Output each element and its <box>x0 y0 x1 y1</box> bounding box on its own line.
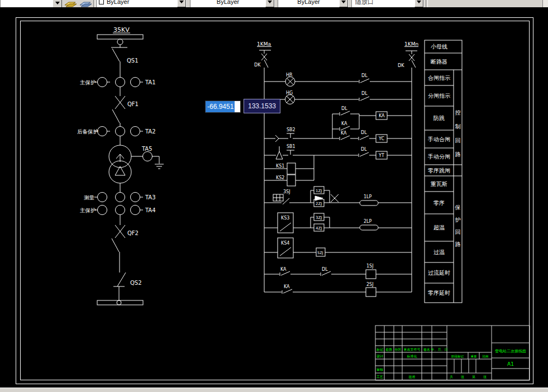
dynamic-input-y-field[interactable]: 133.1533 <box>244 99 280 113</box>
stage-mark-label: 阶段标记 <box>451 355 464 358</box>
craft-label: 工艺 <box>377 375 383 379</box>
qf2-label: QF2 <box>127 230 139 236</box>
header-cell: 签名 <box>423 347 430 352</box>
chevron-down-icon <box>268 1 272 3</box>
ta4-label: TA4 <box>145 207 156 213</box>
make-object-layer-current-icon[interactable] <box>64 0 77 7</box>
standardize-label: 标准化 <box>407 354 417 358</box>
ks2-label: KS2 <box>276 175 284 180</box>
zj5-label: 5ZJ <box>317 251 323 255</box>
table-row: 断路器 <box>431 59 447 65</box>
dl-label-hg: DL <box>361 91 368 96</box>
backup-protection-label: 后备保护 <box>77 128 98 135</box>
ta3-label: TA3 <box>145 194 156 200</box>
table-row: 手动合闸 <box>427 136 450 142</box>
dk-label-left: DK <box>254 63 261 68</box>
ks1-label: KS1 <box>276 164 284 169</box>
qf1-label: QF1 <box>127 101 139 107</box>
sj3-label: 3SJ <box>283 189 290 194</box>
zj1-label: 1ZJ <box>316 189 322 193</box>
ta5-label: TA5 <box>141 146 153 152</box>
scale-label: 比例 <box>483 355 489 358</box>
yc-coil-label: YC <box>378 136 384 141</box>
ka-label-2sj: KA <box>284 284 290 289</box>
drawing-canvas[interactable]: 35KV QS1 主保护 TA1 QF1 后备保护 TA2 TA5 测量 TA3… <box>0 0 548 392</box>
main-protection-label: 主保护 <box>80 79 96 85</box>
dynamic-input-x-field[interactable]: -66.9451 <box>205 101 241 113</box>
layer-previous-icon[interactable] <box>79 0 92 7</box>
sheet-cell: 张 <box>483 375 487 379</box>
sheet-cell: 张 <box>461 375 464 379</box>
sj2-label: 2SJ <box>366 282 374 287</box>
control-group-char: 制 <box>455 123 461 130</box>
table-row: 分闸指示 <box>428 93 450 99</box>
hr-lamp-label: HR <box>286 73 293 78</box>
measurement-label: 测量 <box>84 194 95 200</box>
table-row: 过流延时 <box>428 270 450 276</box>
table-row: 超温 <box>433 224 445 231</box>
dl-label-trip: DL <box>361 147 367 152</box>
chevron-down-icon <box>55 2 60 4</box>
ta2-label: TA2 <box>145 128 156 135</box>
ka-label-1sj: KA <box>280 267 287 272</box>
dl-label-antipump: DL <box>341 106 347 111</box>
approve-label: 批准 <box>409 375 416 379</box>
plotstyle-combo-dropdown[interactable] <box>414 0 423 7</box>
chevron-down-icon <box>179 1 184 3</box>
color-combo[interactable]: ByLayer <box>96 0 187 7</box>
dl-label-close: DL <box>361 130 367 135</box>
zj4-label: 4ZJ <box>316 226 322 231</box>
table-row: 过温 <box>433 249 445 255</box>
sj1-label: 1SJ <box>366 264 374 269</box>
table-row: 重瓦斯 <box>430 181 447 187</box>
color-combo-value: ByLayer <box>107 0 177 5</box>
sheet-cell: 共 <box>450 375 453 379</box>
color-swatch <box>99 0 104 4</box>
linetype-combo-value: ByLayer <box>190 0 265 5</box>
ka-label-close: KA <box>341 131 347 136</box>
header-cell: 分区 <box>395 347 402 351</box>
protection-group-char: 路 <box>455 241 461 247</box>
linetype-combo-dropdown[interactable] <box>265 0 274 7</box>
lp2-label: 2LP <box>364 219 372 224</box>
qs1-label: QS1 <box>127 58 139 64</box>
lineweight-combo-value: ByLayer <box>278 0 339 5</box>
ka-label-antipump: KA <box>341 121 347 126</box>
lp1-label: 1LP <box>364 194 372 199</box>
control-group-char: 回 <box>455 137 461 144</box>
table-row: 零序跳闸 <box>428 168 450 174</box>
drawing-title: 变电站二次接线图 <box>494 349 526 353</box>
chevron-down-icon <box>417 1 421 3</box>
toolbar-edge <box>542 0 548 7</box>
table-row: 防跳 <box>433 115 445 121</box>
header-cell: 更改文件号 <box>404 347 421 351</box>
plotstyle-combo[interactable]: 随放口 <box>351 0 424 7</box>
weight-label: 重量 <box>471 355 478 358</box>
lineweight-combo-dropdown[interactable] <box>339 0 348 7</box>
dl-label-hr: DL <box>361 73 368 78</box>
voltage-label: 35KV <box>113 26 130 34</box>
color-combo-dropdown[interactable] <box>177 0 186 7</box>
design-label: 设计 <box>377 354 383 358</box>
layer-combo-arrow[interactable] <box>53 0 62 7</box>
zj3-label: 3ZJ <box>316 216 322 220</box>
layer-combo[interactable] <box>0 0 53 7</box>
lineweight-combo[interactable]: ByLayer <box>278 0 349 7</box>
ks3-label: KS3 <box>281 216 289 221</box>
sb1-label: SB1 <box>287 144 296 149</box>
control-group-char: 控 <box>455 109 461 116</box>
dl-label-1sj: DL <box>322 267 328 272</box>
linetype-combo[interactable]: ByLayer <box>190 0 275 7</box>
bus-right-label: 1KMn <box>404 41 418 47</box>
dk-label-right: DK <box>398 63 404 68</box>
paper-size-label: A1 <box>507 361 514 367</box>
status-strip <box>0 388 548 392</box>
ka-coil-label: KA <box>379 113 385 118</box>
table-row: 零序 <box>433 200 445 206</box>
table-row: 手动分闸 <box>427 154 450 160</box>
header-cell: 年、月、日 <box>431 347 448 352</box>
properties-toolbar: ByLayer ByLayer ByLayer 随放口 <box>0 0 548 7</box>
header-cell: 处数 <box>385 347 393 352</box>
toolbar-separator <box>93 0 96 7</box>
bus-left-label: 1KMa <box>257 41 271 47</box>
